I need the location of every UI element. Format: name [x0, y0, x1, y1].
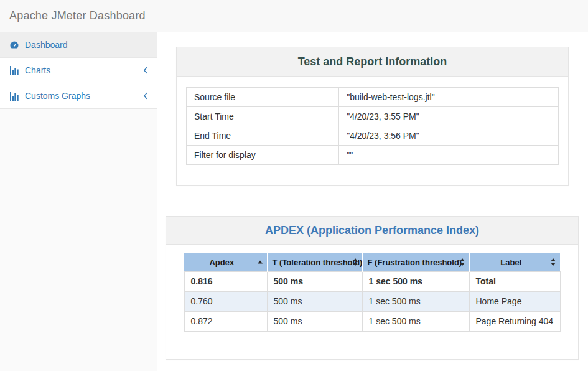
apdex-row-page-returning-404: 0.872 500 ms 1 sec 500 ms Page Returning… [184, 311, 560, 331]
column-label: T (Toleration threshold) [273, 258, 363, 267]
column-label: Label [500, 258, 521, 267]
sort-ascending-icon [258, 261, 263, 264]
apdex-value: 0.872 [184, 311, 267, 331]
sidebar-item-charts[interactable]: Charts [0, 58, 157, 83]
test-report-info-table: Source file "build-web-test-logs.jtl" St… [186, 87, 559, 165]
info-value: "build-web-test-logs.jtl" [339, 88, 559, 107]
sidebar-item-customs-graphs[interactable]: Customs Graphs [0, 83, 157, 109]
column-header-frustration-threshold[interactable]: F (Frustration threshold) [362, 253, 469, 271]
chevron-left-icon [143, 92, 148, 100]
column-header-label[interactable]: Label [469, 253, 560, 271]
sidebar-item-label: Dashboard [25, 40, 68, 50]
test-report-info-panel: Test and Report information Source file … [176, 47, 569, 186]
sidebar-item-label: Customs Graphs [25, 91, 90, 101]
apdex-panel-title[interactable]: APDEX (Application Performance Index) [265, 224, 479, 237]
apdex-row-home-page: 0.760 500 ms 1 sec 500 ms Home Page [184, 291, 560, 311]
info-label: Source file [187, 88, 339, 107]
label-value: Home Page [469, 291, 560, 311]
column-header-toleration-threshold[interactable]: T (Toleration threshold) [267, 253, 362, 271]
apdex-header-row: Apdex T (Toleration threshold) F (Frustr… [184, 253, 560, 271]
sort-both-icon [460, 258, 465, 266]
app-header: Apache JMeter Dashboard [0, 0, 588, 32]
toleration-value: 500 ms [267, 271, 362, 291]
dashboard-gauge-icon [9, 40, 19, 50]
jmeter-dashboard-page: Apache JMeter Dashboard Dashboard [0, 0, 588, 371]
column-label: F (Frustration threshold) [368, 258, 462, 267]
test-report-info-title: Test and Report information [298, 55, 447, 68]
sidebar: Dashboard Charts [0, 32, 157, 371]
table-row: Start Time "4/20/23, 3:55 PM" [187, 107, 559, 126]
info-label: Start Time [187, 107, 339, 126]
apdex-value: 0.816 [184, 271, 267, 291]
panel-body: Source file "build-web-test-logs.jtl" St… [177, 77, 568, 174]
info-value: "4/20/23, 3:55 PM" [339, 107, 559, 126]
apdex-table: Apdex T (Toleration threshold) F (Frustr… [184, 253, 561, 332]
panel-body: Apdex T (Toleration threshold) F (Frustr… [166, 245, 578, 332]
frustration-value: 1 sec 500 ms [362, 311, 469, 331]
sort-both-icon [353, 258, 358, 266]
label-value: Total [469, 271, 560, 291]
sort-both-icon [551, 258, 556, 266]
sidebar-item-label: Charts [25, 65, 50, 75]
toleration-value: 500 ms [267, 311, 362, 331]
table-row: End Time "4/20/23, 3:56 PM" [187, 126, 559, 146]
column-header-apdex[interactable]: Apdex [184, 253, 267, 271]
info-label: Filter for display [187, 146, 339, 165]
toleration-value: 500 ms [267, 291, 362, 311]
column-label: Apdex [209, 258, 234, 267]
info-value: "" [339, 146, 559, 165]
bar-chart-icon [9, 91, 19, 101]
table-row: Source file "build-web-test-logs.jtl" [187, 88, 559, 107]
chevron-left-icon [143, 67, 148, 74]
info-label: End Time [187, 126, 339, 146]
label-value: Page Returning 404 [469, 311, 560, 331]
apdex-panel: APDEX (Application Performance Index) Ap… [166, 216, 579, 360]
panel-heading: APDEX (Application Performance Index) [166, 217, 578, 245]
frustration-value: 1 sec 500 ms [362, 271, 469, 291]
table-row: Filter for display "" [187, 146, 559, 165]
app-title: Apache JMeter Dashboard [9, 9, 146, 22]
sidebar-item-dashboard[interactable]: Dashboard [0, 32, 157, 58]
apdex-value: 0.760 [184, 291, 267, 311]
frustration-value: 1 sec 500 ms [362, 291, 469, 311]
bar-chart-icon [9, 65, 19, 75]
info-value: "4/20/23, 3:56 PM" [339, 126, 559, 146]
apdex-row-total: 0.816 500 ms 1 sec 500 ms Total [184, 271, 560, 291]
panel-heading: Test and Report information [177, 47, 568, 77]
